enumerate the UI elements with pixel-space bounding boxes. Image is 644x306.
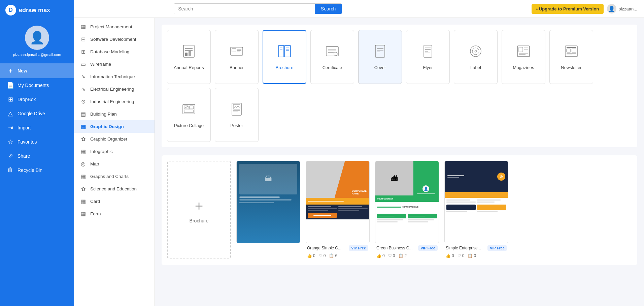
like-count[interactable]: 👍 0 [376,253,385,258]
svg-point-21 [334,52,337,56]
sub-nav-electrical-engineering[interactable]: ∿ Electrical Engineering [74,83,155,95]
industrial-icon: ⊙ [79,98,87,105]
svg-rect-4 [189,51,191,56]
sidebar-item-import[interactable]: ⇥ Import [0,121,74,135]
heart-count[interactable]: ♡ 0 [457,253,465,258]
sidebar: D edraw max 👤 pizzaandparatha@gmail.com … [0,0,74,306]
template-card-green[interactable]: 🏙 👤 YOUR CONTENT [375,161,439,259]
category-poster[interactable]: Poster [215,88,259,142]
like-count[interactable]: 👍 0 [446,253,454,258]
category-picture-collage[interactable]: Picture Collage [167,88,211,142]
sub-nav-industrial-engineering[interactable]: ⊙ Industrial Engineering [74,95,155,108]
info-tech-icon: ∿ [79,73,87,80]
share-icon: ⇗ [7,152,14,160]
category-brochure[interactable]: Brochure [263,30,306,84]
main-nav: ＋ New 📄 My Documents ⊞ DropBox △ Google … [0,61,74,180]
new-icon: ＋ [7,67,14,75]
svg-rect-6 [232,49,236,52]
heart-count[interactable]: ♡ 0 [319,253,326,258]
avatar[interactable]: 👤 [25,26,49,50]
sub-nav-infographic[interactable]: ▦ Infographic [74,145,155,158]
template-footer-orange: Orange Simple C... VIP Free [306,243,370,252]
category-cover[interactable]: Cover [358,30,402,84]
electrical-icon: ∿ [79,86,87,92]
sidebar-item-label: Recycle Bin [18,167,42,173]
app-logo[interactable]: D edraw max [0,0,74,20]
drive-icon: △ [7,110,14,117]
sidebar-item-google-drive[interactable]: △ Google Drive [0,106,74,121]
sub-nav-graphs-charts[interactable]: ▦ Graphs and Charts [74,170,155,183]
vip-badge: VIP Free [418,245,438,251]
category-annual-reports[interactable]: Annual Reports [167,30,211,84]
sidebar-item-label: Google Drive [18,111,45,116]
sidebar-item-my-documents[interactable]: 📄 My Documents [0,78,74,92]
picture-collage-label: Picture Collage [174,123,204,128]
sub-nav-database-modeling[interactable]: ⊞ Database Modeling [74,45,155,58]
poster-label: Poster [230,123,243,128]
poster-icon [229,102,244,120]
sidebar-item-share[interactable]: ⇗ Share [0,149,74,163]
annual-reports-label: Annual Reports [174,65,204,70]
sidebar-item-favorites[interactable]: ☆ Favorites [0,135,74,149]
category-banner[interactable]: Banner [215,30,259,84]
svg-rect-43 [572,49,576,52]
svg-point-32 [472,48,479,55]
search-bar[interactable]: Search [174,3,342,14]
user-area[interactable]: 👤 pizzaan... [607,4,637,13]
search-button[interactable]: Search [315,4,342,14]
sub-nav-information-technique[interactable]: ∿ Information Technique [74,70,155,83]
graphic-organizer-icon: ✿ [79,136,87,142]
template-card-orange[interactable]: CORPORATENAME [306,161,370,259]
like-count[interactable]: 👍 0 [307,253,315,258]
certificate-icon [325,44,340,62]
category-certificate[interactable]: Certificate [310,30,354,84]
brochure-icon [277,44,292,62]
infographic-icon: ▦ [79,148,87,155]
category-magazines[interactable]: Magazines [502,30,545,84]
sub-nav-graphic-organizer[interactable]: ✿ Graphic Organizer [74,133,155,145]
category-flyer[interactable]: Flyer [406,30,450,84]
category-label[interactable]: Label [454,30,498,84]
template-card-dark[interactable]: ⊕ [444,161,508,259]
documents-icon: 📄 [7,82,14,89]
sub-nav-software-development[interactable]: ⊟ Software Development [74,33,155,45]
sub-nav-card[interactable]: ▦ Card [74,195,155,208]
sub-nav-form[interactable]: ▦ Form [74,208,155,220]
sidebar-item-label: DropBox [18,97,36,102]
sub-nav-wireframe[interactable]: ▭ Wireframe [74,58,155,70]
template-card-blue[interactable]: 🏔 [236,161,300,259]
heart-count[interactable]: ♡ 0 [388,253,395,258]
templates-grid: ＋ Brochure 🏔 [167,161,632,259]
main-content: Search • Upgrade to Premium Version 👤 pi… [74,0,644,306]
sidebar-item-new[interactable]: ＋ New [0,63,74,78]
sub-nav-science-education[interactable]: ✿ Science and Education [74,183,155,195]
sidebar-item-recycle-bin[interactable]: 🗑 Recycle Bin [0,163,74,177]
copy-icon: 📋 [329,253,334,258]
logo-icon: D [5,5,16,16]
database-icon: ⊞ [79,49,87,55]
svg-point-33 [475,50,477,52]
sub-nav-project-management[interactable]: ▦ Project Management [74,21,155,33]
new-template-card[interactable]: ＋ Brochure [167,161,231,258]
search-input[interactable] [174,4,315,14]
new-template-label: Brochure [190,218,209,223]
vip-badge: VIP Free [487,245,507,251]
sub-nav-graphic-design[interactable]: ▦ Graphic Design [74,120,155,133]
copy-count[interactable]: 📋 0 [468,253,476,258]
newsletter-icon [564,44,579,62]
sidebar-item-label: New [18,68,27,73]
category-newsletter[interactable]: Newsletter [549,30,593,84]
upgrade-button[interactable]: • Upgrade to Premium Version [532,4,604,14]
svg-rect-10 [278,45,284,57]
copy-count[interactable]: 📋 6 [329,253,337,258]
map-icon: ◎ [79,161,87,167]
copy-count[interactable]: 📋 2 [398,253,407,258]
sidebar-item-dropbox[interactable]: ⊞ DropBox [0,92,74,106]
banner-label: Banner [230,65,244,70]
graphs-icon: ▦ [79,173,87,180]
plus-icon: ＋ [192,196,206,215]
svg-point-50 [187,106,188,107]
sub-nav-building-plan[interactable]: ▤ Building Plan [74,108,155,120]
sub-nav-map[interactable]: ◎ Map [74,158,155,170]
science-icon: ✿ [79,186,87,192]
